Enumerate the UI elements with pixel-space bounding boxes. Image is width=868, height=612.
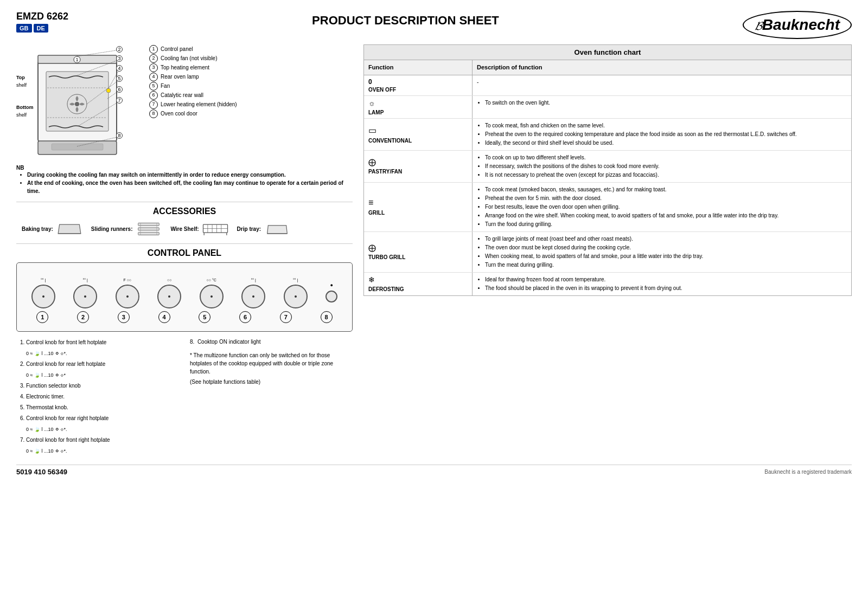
oven-notes: 1Control panel 2Cooling fan (not visible… — [149, 44, 353, 159]
knob-badge-3: 3 — [118, 311, 130, 323]
accessories-section: ACCESSORIES Baking tray: Sliding runners… — [16, 202, 353, 237]
baking-tray-label: Baking tray: — [22, 226, 53, 232]
chart-row-oven-off: 0 OVEN OFF - — [364, 75, 851, 96]
knob-badge-5: 5 — [199, 311, 210, 323]
accessory-drip-tray: Drip tray: — [237, 221, 291, 237]
knob-badge-4: 4 — [158, 311, 170, 323]
wire-shelf-label: Wire Shelf: — [170, 226, 199, 232]
knob-6-dot — [252, 295, 254, 298]
turbo-grill-desc-1: To grill large joints of meat (roast bee… — [485, 235, 847, 243]
chart-row-turbo-grill: ⨁ TURBO GRILL To grill large joints of m… — [364, 232, 851, 273]
chart-row-grill: ≡ GRILL To cook meat (smoked bacon, stea… — [364, 183, 851, 232]
oven-item-3: 3Top heating element — [149, 63, 353, 72]
knob-group-1: °° | — [31, 271, 55, 308]
knob-1[interactable] — [31, 285, 55, 308]
sliding-runners-label: Sliding runners: — [91, 226, 133, 232]
func-name-lamp: LAMP — [368, 109, 468, 115]
col-function-pastry-fan: ⨁ PASTRY/FAN — [364, 151, 473, 182]
accessories-title: ACCESSORIES — [16, 207, 353, 216]
svg-point-4 — [75, 102, 79, 106]
oven-item-6: 6Catalytic rear wall — [149, 91, 353, 100]
page-footer: 5019 410 56349 Bauknecht is a registered… — [16, 465, 852, 476]
cp-note-5: Thermostat knob. — [26, 402, 179, 413]
accessories-row: Baking tray: Sliding runners: — [16, 221, 353, 237]
model-number: EMZD 6262 — [16, 11, 68, 22]
nb-item-2: At the end of cooking, once the oven has… — [27, 179, 353, 195]
footer-trademark: Bauknecht is a registered trademark — [764, 469, 852, 475]
bottom-shelf-label2: shelf — [16, 112, 35, 119]
knob-7-dot — [295, 295, 297, 298]
pastry-fan-desc-3: It is not necessary to preheat the oven … — [485, 171, 847, 179]
col-function-grill: ≡ GRILL — [364, 183, 473, 231]
control-panel-inner: °° | °° | — [22, 271, 347, 308]
oven-item-7: 7Lower heating element (hidden) — [149, 100, 353, 109]
brand-name: Bauknecht — [762, 16, 840, 33]
knob-1-dot — [42, 295, 44, 298]
cp-note-6: Control knob for rear right hotplate0 ≈ … — [26, 413, 179, 435]
conventional-icon: ▭ — [368, 125, 468, 136]
knob-group-5: ○○ °C — [200, 271, 224, 308]
col-function-defrosting: ❄ DEFROSTING — [364, 273, 473, 295]
oven-item-4: 4Rear oven lamp — [149, 72, 353, 81]
knob-7[interactable] — [284, 285, 308, 308]
svg-text:8: 8 — [118, 133, 120, 138]
drip-tray-icon — [264, 221, 291, 237]
oven-section: Top shelf Bottom shelf — [16, 44, 353, 159]
baking-tray-icon — [56, 221, 83, 237]
nb-title: NB — [16, 165, 353, 171]
footer-part-number: 5019 410 56349 — [16, 468, 67, 476]
col-desc-oven-off: - — [473, 75, 851, 95]
sliding-runners-icon — [135, 221, 162, 237]
knob-3[interactable] — [116, 285, 139, 308]
knob-4-dot — [168, 295, 170, 298]
grill-icon: ≡ — [368, 198, 468, 208]
nb-item-1: During cooking the cooling fan may switc… — [27, 171, 353, 179]
knob-badge-7: 7 — [280, 311, 292, 323]
right-column: Oven function chart Function Description… — [363, 44, 852, 456]
defrosting-desc-1: Ideal for thawing frozen food at room te… — [485, 275, 847, 284]
cp-note-7: Control knob for front right hotplate0 ≈… — [26, 435, 179, 456]
chart-col-desc-header: Description of function — [473, 60, 851, 75]
knob-indicators-4: ○○ — [167, 271, 171, 282]
chart-row-conventional: ▭ CONVENTIONAL To cook meat, fish and ch… — [364, 119, 851, 151]
knob-3-dot — [126, 295, 129, 298]
knob-group-4: ○○ — [157, 271, 181, 308]
oven-item-8: 8Oven cool door — [149, 109, 353, 118]
turbo-grill-desc-3: When cooking meat, to avoid spatters of … — [485, 252, 847, 260]
oven-svg: 1 2 3 4 — [35, 44, 144, 158]
knob-indicators-5: ○○ °C — [207, 271, 216, 282]
top-shelf-label2: shelf — [16, 82, 35, 89]
knob-indicators-6: °° | — [251, 271, 256, 282]
chart-header: Function Description of function — [364, 60, 851, 75]
cp-notes-right: 8. Cooktop ON indicator light * The mult… — [190, 337, 353, 456]
chart-row-defrosting: ❄ DEFROSTING Ideal for thawing frozen fo… — [364, 273, 851, 295]
func-name-grill: GRILL — [368, 210, 468, 216]
knob-indicators-8: ● — [330, 277, 333, 288]
knob-5[interactable] — [200, 285, 224, 308]
top-shelf-label: Top — [16, 74, 35, 82]
svg-rect-36 — [138, 228, 159, 230]
col-desc-lamp: To switch on the oven light. — [473, 96, 851, 118]
grill-desc-1: To cook meat (smoked bacon, steaks, saus… — [485, 185, 847, 194]
brand-b-icon: 𝓑 — [755, 19, 762, 33]
pastry-fan-desc-2: If necessary, switch the positions of th… — [485, 162, 847, 170]
func-number-0: 0 — [368, 78, 468, 86]
cp-see-note: (See hotplate functions table) — [190, 379, 353, 385]
knob-4[interactable] — [157, 285, 181, 308]
knob-6[interactable] — [241, 285, 265, 308]
knob-2[interactable] — [73, 285, 97, 308]
chart-col-function-header: Function — [364, 60, 473, 75]
conventional-desc-3: Ideally, the second or third shelf level… — [485, 139, 847, 147]
control-panel-box: °° | °° | — [16, 262, 353, 332]
func-name-turbo-grill: TURBO GRILL — [368, 254, 468, 260]
turbo-grill-desc-2: The oven door must be kept closed during… — [485, 243, 847, 252]
knob-group-3: F ○○ — [116, 271, 139, 308]
knob-2-dot — [84, 295, 86, 298]
conventional-desc-1: To cook meat, fish and chicken on the sa… — [485, 121, 847, 130]
knob-badge-8: 8 — [321, 311, 333, 323]
knob-badge-2: 2 — [77, 311, 89, 323]
nb-list: During cooking the cooling fan may switc… — [16, 171, 353, 195]
grill-desc-5: Turn the food during grilling. — [485, 220, 847, 228]
nb-section: NB During cooking the cooling fan may sw… — [16, 165, 353, 195]
grill-desc-2: Preheat the oven for 5 min. with the doo… — [485, 194, 847, 202]
